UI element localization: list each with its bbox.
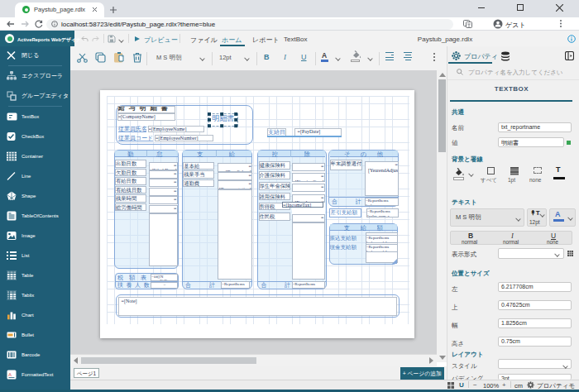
svg-text:A: A bbox=[8, 372, 12, 377]
